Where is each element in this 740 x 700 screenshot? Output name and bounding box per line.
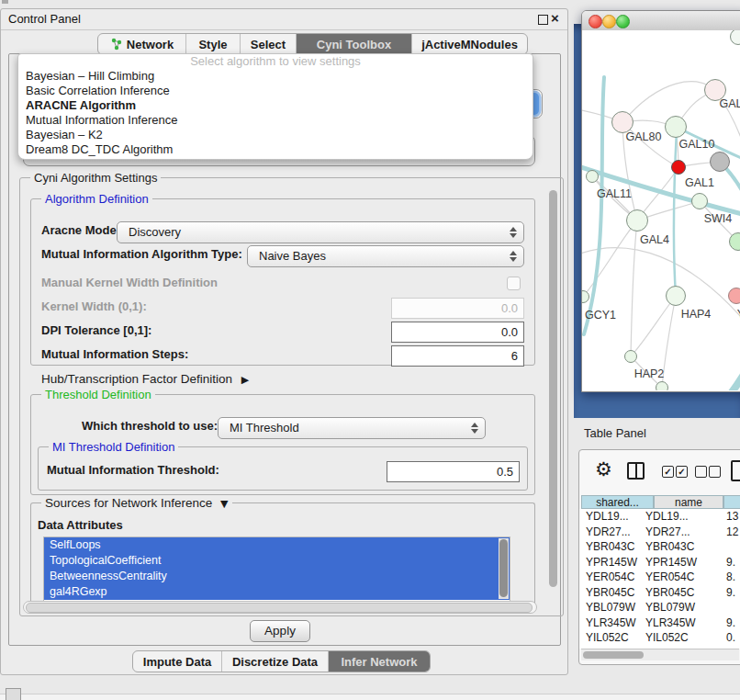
cell: YLR345W — [586, 615, 636, 630]
vertical-scrollbar[interactable] — [548, 188, 558, 604]
gear-icon[interactable]: ⚙ — [595, 459, 612, 480]
aracne-mode-value: Discovery — [129, 222, 181, 242]
column-header-3[interactable] — [723, 495, 740, 509]
cell: YDR27... — [645, 525, 690, 539]
cyni-algorithm-settings-title: Cyni Algorithm Settings — [30, 171, 161, 185]
network-node-label: GAL4 — [640, 233, 669, 246]
tab-network[interactable]: Network — [98, 34, 186, 54]
popup-item[interactable]: Basic Correlation Inference — [18, 84, 533, 98]
app-root: { "window": { "title": "Control Panel", … — [0, 0, 740, 700]
mi-type-value: Naive Bayes — [259, 246, 326, 265]
manual-kernel-checkbox[interactable] — [507, 277, 521, 290]
network-window-titlebar[interactable] — [582, 11, 740, 31]
network-canvas[interactable]: GAL80 GAL10 GAL1 GAL11 GAL4 SWI4 GCY1 HA… — [582, 30, 740, 390]
document-icon[interactable] — [731, 460, 740, 481]
tab-impute-data[interactable]: Impute Data — [133, 651, 222, 672]
close-window-icon[interactable]: × — [551, 10, 559, 26]
tab-infer-network[interactable]: Infer Network — [329, 651, 430, 672]
hub-definition-label: Hub/Transcription Factor Definition — [41, 372, 232, 386]
popup-item[interactable]: Bayesian – Hill Climbing — [18, 69, 533, 84]
tab-cyni-toolbox[interactable]: Cyni Toolbox — [297, 34, 412, 54]
kernel-width-value: 0.0 — [501, 299, 518, 318]
apply-button[interactable]: Apply — [250, 620, 310, 642]
close-traffic-light[interactable] — [589, 15, 602, 28]
which-threshold-label: Which threshold to use: — [82, 416, 218, 436]
tab-style[interactable]: Style — [186, 34, 241, 54]
hub-definition-expander[interactable]: Hub/Transcription Factor Definition ▶ — [41, 370, 249, 390]
table-row[interactable]: YDL19... YDL19... 13 — [579, 509, 740, 525]
mi-threshold-value: 0.5 — [497, 462, 513, 481]
tab-jactivemnodules-label: jActiveMNodules — [421, 38, 518, 51]
network-node-gal11[interactable] — [586, 170, 599, 183]
checked-boxes-icon[interactable]: ✓ — [662, 466, 674, 478]
network-view-window[interactable]: GAL80 GAL10 GAL1 GAL11 GAL4 SWI4 GCY1 HA… — [581, 10, 740, 392]
control-panel-tabs: Network Style Select Cyni Toolbox jActiv… — [97, 33, 528, 55]
table-row[interactable]: YIL052C YIL052C 0. — [579, 630, 740, 646]
cell: 8. — [726, 570, 735, 584]
sources-expander[interactable]: Sources for Network Inference ▼ — [41, 496, 232, 510]
horizontal-scrollbar-thumb[interactable] — [26, 603, 533, 613]
table-row[interactable]: YPR145W YPR145W 9. — [579, 555, 740, 570]
mi-type-label: Mutual Information Algorithm Type: — [41, 244, 242, 265]
right-triangle-icon: ▶ — [241, 374, 249, 386]
network-node-gray[interactable] — [710, 152, 730, 172]
table-horizontal-scrollbar[interactable] — [581, 649, 739, 660]
mi-type-select[interactable]: Naive Bayes — [247, 245, 524, 267]
popup-item[interactable]: Bayesian – K2 — [18, 128, 533, 142]
unchecked-boxes-icon[interactable] — [709, 466, 721, 478]
aracne-mode-select[interactable]: Discovery — [117, 221, 524, 243]
bottom-tabs: Impute Data Discretize Data Infer Networ… — [132, 650, 431, 672]
network-node-salmon[interactable] — [728, 288, 740, 304]
dock-panel-icon[interactable] — [6, 688, 21, 700]
network-node-hap2[interactable] — [624, 350, 637, 363]
table-horizontal-scrollbar-thumb[interactable] — [583, 651, 644, 659]
list-scrollbar-thumb[interactable] — [499, 539, 508, 597]
mi-steps-field[interactable]: 6 — [391, 345, 524, 367]
table-row[interactable]: YDR27... YDR27... 12 — [579, 525, 740, 540]
network-node-gal10[interactable] — [665, 116, 687, 138]
columns-icon[interactable] — [627, 462, 645, 480]
dpi-tolerance-field[interactable]: 0.0 — [391, 322, 524, 343]
combo-stepper-icon — [510, 226, 517, 239]
unchecked-boxes-icon[interactable] — [695, 466, 707, 478]
mi-threshold-field[interactable]: 0.5 — [387, 461, 520, 482]
popup-item[interactable]: Dream8 DC_TDC Algorithm — [18, 142, 533, 157]
which-threshold-select[interactable]: MI Threshold — [218, 417, 486, 439]
column-header-shared[interactable]: shared... — [581, 495, 654, 509]
table-row[interactable]: YER054C YER054C 8. — [579, 570, 740, 585]
data-attributes-list[interactable]: SelfLoops TopologicalCoefficient Between… — [43, 536, 510, 602]
list-item[interactable]: SelfLoops — [44, 537, 510, 553]
table-row[interactable]: YBL079W YBL079W — [579, 600, 740, 615]
minimize-traffic-light[interactable] — [602, 15, 616, 28]
list-item[interactable]: BetweennessCentrality — [44, 569, 510, 584]
table-row[interactable]: YBR045C YBR045C 9. — [579, 585, 740, 601]
popup-item[interactable]: Mutual Information Inference — [18, 113, 533, 128]
tab-select[interactable]: Select — [241, 34, 297, 54]
list-vertical-scrollbar[interactable] — [499, 538, 509, 599]
column-header-name[interactable]: name — [654, 495, 723, 509]
network-node[interactable] — [656, 381, 668, 390]
network-node-hap4[interactable] — [666, 286, 686, 306]
tab-jactivemnodules[interactable]: jActiveMNodules — [412, 34, 527, 54]
vertical-scrollbar-thumb[interactable] — [549, 190, 557, 587]
popup-item-selected[interactable]: ARACNE Algorithm — [18, 98, 533, 113]
cell: YDL19... — [645, 509, 689, 524]
table-row[interactable]: YBR043C YBR043C — [579, 539, 740, 555]
list-item[interactable]: gal4RGexp — [44, 584, 510, 600]
network-node-label: SWI4 — [704, 212, 733, 225]
table-row[interactable]: YLR345W YLR345W 9. — [579, 615, 740, 631]
list-item[interactable]: TopologicalCoefficient — [44, 553, 510, 569]
restore-window-icon[interactable] — [538, 15, 548, 25]
network-node-gal1[interactable] — [691, 193, 708, 209]
network-node-red[interactable] — [671, 160, 686, 175]
tab-discretize-data[interactable]: Discretize Data — [222, 651, 329, 672]
zoom-traffic-light[interactable] — [616, 15, 630, 28]
window-title: Control Panel — [8, 12, 81, 26]
kernel-width-field[interactable]: 0.0 — [391, 298, 524, 319]
mi-steps-value: 6 — [511, 346, 518, 366]
control-panel-titlebar[interactable]: Control Panel × — [1, 9, 567, 30]
horizontal-scrollbar[interactable] — [23, 601, 537, 614]
cell: YBR043C — [586, 539, 634, 554]
checked-boxes-icon[interactable]: ✓ — [676, 466, 688, 478]
network-node-gal4[interactable] — [626, 209, 648, 231]
